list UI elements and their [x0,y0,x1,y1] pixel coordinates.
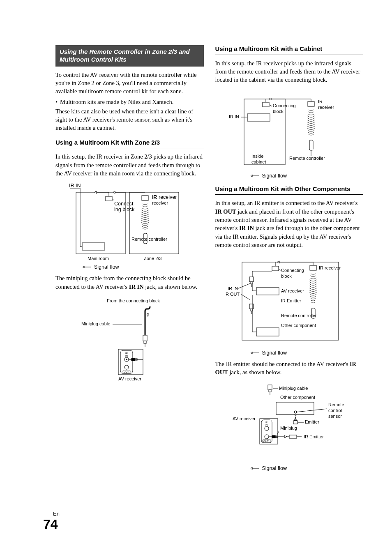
text: jack, as shown below. [144,283,197,290]
diagram-svg: From the connecting block Miniplug cable [70,297,181,383]
paragraph: These kits can also be used when there i… [55,107,204,132]
label-ir-in: IR IN [229,114,239,119]
svg-rect-3 [82,243,105,250]
label-av-receiver: AV receiver [118,376,141,381]
svg-rect-21 [135,359,137,360]
label-ir-out: IR OUT [224,292,240,297]
label-ir-receiver: IR receiver [319,265,341,270]
paragraph: To control the AV receiver with the remo… [55,71,204,96]
signal-flow-caption: Signal flow [248,173,364,179]
label-conn1: Connecting [273,103,296,108]
svg-rect-56 [276,402,314,415]
svg-point-64 [265,426,269,431]
label-remote1: Remote [328,402,344,407]
svg-rect-26 [263,102,269,107]
label-remote: Remote controller [281,313,317,318]
subheading-cabinet: Using a Multiroom Kit with a Cabinet [215,45,364,55]
subheading-other-components: Using a Multiroom Kit with Other Compone… [215,185,364,195]
svg-rect-12 [143,335,147,341]
label-ir-in: IR IN [69,183,81,189]
svg-rect-4 [142,196,148,200]
paragraph: In this setup, an IR emitter is connecte… [215,199,364,249]
svg-rect-62 [260,419,278,444]
svg-rect-13 [144,341,146,343]
label-other-component: Other component [280,395,315,400]
signal-flow-label: Signal flow [262,465,287,471]
label-ir-recv2: receiver [318,105,334,110]
subheading-multiroom-zone: Using a Multiroom Kit with Zone 2/3 [55,139,204,149]
diagram-svg: IR IN Inside cabinet Connecting block IR… [215,90,355,172]
two-column-layout: Using the Remote Controller in Zone 2/3 … [55,45,363,474]
svg-line-30 [270,105,272,106]
label-inside1: Inside [251,154,263,159]
right-column: Using a Multiroom Kit with a Cabinet In … [215,45,364,474]
footer-language: En [43,511,60,517]
svg-rect-34 [310,265,316,270]
section-header-remote-zone: Using the Remote Controller in Zone 2/3 … [55,45,204,67]
label-miniplug: Miniplug cable [81,321,110,326]
svg-rect-28 [309,140,313,150]
svg-rect-20 [131,358,135,361]
text-bold: IR OUT [215,208,236,215]
page-footer: En 74 [55,511,363,532]
svg-rect-68 [272,435,275,438]
signal-flow-caption: Signal flow [248,465,364,471]
svg-rect-33 [272,266,279,271]
arrow-icon [248,351,260,355]
svg-text:receiver: receiver [152,200,168,205]
text-bold: IR IN [129,283,144,290]
svg-text:IR: IR [152,195,157,200]
label-remote: Remote controller [289,156,325,161]
label-remote2: control [328,408,342,413]
footer-page-number: 74 [43,517,363,532]
bullet-item: • Multiroom kits are made by Niles and X… [55,98,204,106]
svg-rect-15 [118,349,143,375]
text: jack, as shown below. [228,369,281,375]
label-out: OUT [124,371,129,373]
svg-rect-25 [247,114,270,121]
svg-rect-70 [289,435,297,438]
svg-line-6 [112,199,114,200]
signal-flow-label: Signal flow [94,264,119,270]
svg-rect-36 [256,328,279,336]
svg-rect-35 [256,288,279,295]
svg-point-65 [265,435,269,439]
svg-point-22 [125,365,129,369]
label-miniplug-cable: Miniplug cable [279,386,308,391]
paragraph: In this setup, the IR receiver picks up … [215,59,364,84]
bullet-dot: • [55,98,58,106]
label-other: Other component [281,323,316,328]
signal-flow-label: Signal flow [262,350,287,356]
label-connecting-block-2: ing block [114,207,135,212]
label-conn2: block [273,109,284,114]
label-inside2: cabinet [251,159,266,164]
signal-flow-caption: Signal flow [248,350,364,356]
svg-rect-42 [249,304,254,309]
diagram-svg: IR IN IR OUT Connecting [215,255,355,349]
label-in: IN [125,355,128,357]
diagram-miniplug-cable: From the connecting block Miniplug cable [70,297,204,383]
label-miniplug: Miniplug [280,426,297,431]
diagram-multiroom-zone: IR IN Connect- ing block IR receiver rec… [55,183,204,270]
svg-rect-52 [268,385,272,390]
page: Using the Remote Controller in Zone 2/3 … [0,0,392,548]
diagram-svg: IR IN Connect- ing block IR receiver rec… [55,183,187,263]
label-out: OUT [263,440,269,442]
label-remote3: sensor [328,414,342,419]
label-from-block: From the connecting block [107,298,160,303]
label-av-receiver: AV receiver [281,288,304,293]
bullet-text: Multiroom kits are made by Niles and Xan… [60,98,173,106]
svg-rect-53 [269,390,271,392]
label-ir-emitter: IR Emitter [304,434,324,439]
paragraph: The miniplug cable from the connecting b… [55,274,204,291]
label-connecting-block-1: Connect- [114,201,135,207]
text: In this setup, an IR emitter is connecte… [215,200,358,206]
paragraph: In this setup, the IR receiver in Zone 2… [55,152,204,177]
label-ir-in: IR IN [228,286,238,291]
label-av-receiver: AV receiver [233,416,256,421]
label-conn2: block [281,274,292,279]
diagram-ir-emitter-connection: Miniplug cable Other component Remote co… [215,382,364,471]
svg-line-51 [238,283,250,288]
diagram-svg: Miniplug cable Other component Remote co… [215,382,355,465]
svg-rect-2 [106,196,112,201]
